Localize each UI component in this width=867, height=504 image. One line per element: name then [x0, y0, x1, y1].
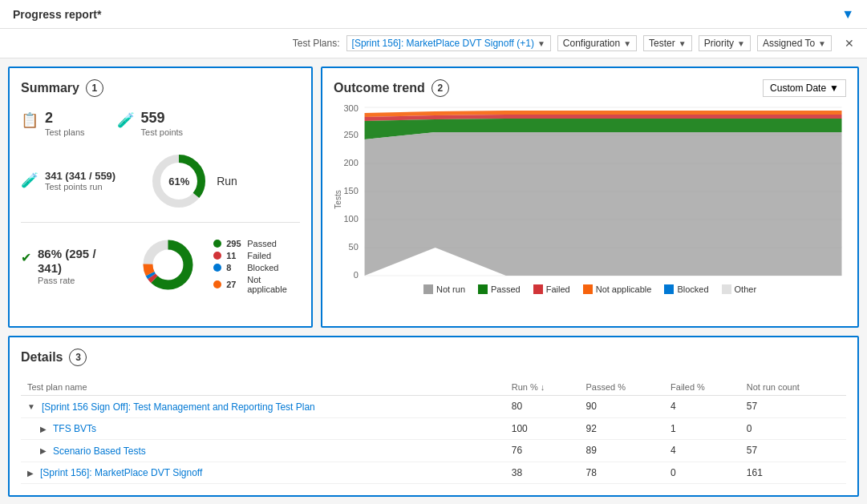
legend-label: Blocked [247, 263, 278, 272]
test-plans-filter[interactable]: [Sprint 156]: MarketPlace DVT Signoff (+… [346, 35, 551, 51]
legend-label: Passed [247, 239, 277, 248]
legend-item: 27 Not applicable [213, 275, 300, 294]
row-run_pct-cell: 76 [505, 440, 580, 462]
filter-icon[interactable]: ▼ [841, 7, 854, 22]
svg-text:2019-08-10: 2019-08-10 [768, 279, 809, 280]
svg-text:2019-08-11: 2019-08-11 [821, 279, 846, 280]
assigned-chevron: ▼ [818, 39, 826, 48]
test-points-icon: 🧪 [117, 111, 135, 129]
row-passed_pct-cell: 92 [580, 417, 665, 440]
row-name-link[interactable]: [Sprint 156 Sign Off]: Test Management a… [42, 401, 315, 413]
chart-legend-label: Other [735, 284, 757, 294]
row-name-link[interactable]: Scenario Based Tests [53, 446, 146, 457]
svg-text:2019-08-09: 2019-08-09 [698, 279, 739, 280]
row-not_run-cell: 57 [740, 440, 846, 462]
row-run_pct-cell: 80 [505, 396, 580, 418]
legend-label: Not applicable [247, 275, 300, 294]
row-expand-icon[interactable]: ▶ [27, 469, 34, 478]
chart-legend-item: Not run [423, 284, 465, 294]
run-stat: 🧪 341 (341 / 559) Test points run [21, 170, 115, 192]
row-expand-icon[interactable]: ▶ [40, 446, 47, 455]
test-points-count: 559 [141, 110, 184, 127]
chart-legend-label: Not run [436, 284, 465, 294]
row-name-cell[interactable]: ▶ TFS BVTs [21, 417, 505, 440]
chart-legend-rect [533, 284, 543, 294]
main-content: Summary 1 📋 2 Test plans 🧪 559 Test poin… [0, 58, 867, 504]
row-expand-icon[interactable]: ▼ [27, 402, 35, 411]
chart-legend-label: Not applicable [596, 284, 652, 294]
custom-date-label: Custom Date [770, 83, 826, 94]
pass-donut [142, 239, 194, 293]
svg-text:2019-08-06: 2019-08-06 [486, 279, 527, 280]
svg-text:100: 100 [343, 214, 359, 223]
configuration-filter[interactable]: Configuration ▼ [557, 35, 637, 51]
run-percent: 61% [168, 175, 189, 187]
assigned-to-filter[interactable]: Assigned To ▼ [757, 35, 832, 51]
filter-close-button[interactable]: ✕ [845, 37, 854, 50]
legend-dot [213, 280, 221, 288]
run-count: 341 (341 / 559) [45, 170, 115, 183]
summary-middle: 🧪 341 (341 / 559) Test points run [21, 153, 300, 223]
row-passed_pct-cell: 90 [580, 396, 665, 418]
row-failed_pct-cell: 1 [664, 417, 740, 440]
test-plans-value: [Sprint 156]: MarketPlace DVT Signoff (+… [352, 38, 534, 49]
legend-dot [213, 264, 221, 272]
chart-legend-item: Passed [478, 284, 521, 294]
legend-item: 8 Blocked [213, 263, 300, 272]
summary-header: Summary 1 [21, 79, 300, 97]
custom-date-button[interactable]: Custom Date ▼ [763, 79, 846, 97]
row-expand-icon[interactable]: ▶ [40, 425, 47, 433]
row-run_pct-cell: 38 [505, 462, 580, 484]
checkmark-icon: ✔ [21, 250, 31, 265]
details-number: 3 [69, 349, 87, 366]
legend-dot [213, 252, 221, 260]
details-column-header: Failed % [664, 379, 740, 396]
run-icon: 🧪 [21, 171, 38, 189]
run-circle-label: Run [217, 175, 237, 187]
outcome-number: 2 [431, 79, 449, 97]
run-donut: 61% [151, 153, 207, 209]
tester-filter[interactable]: Tester ▼ [643, 35, 692, 51]
test-plans-chevron: ▼ [537, 39, 545, 48]
summary-title: Summary [21, 81, 79, 95]
details-column-header: Run % ↓ [505, 379, 580, 396]
legend-count: 27 [226, 280, 242, 289]
configuration-label: Configuration [563, 38, 620, 49]
pass-rate-label: Pass rate [38, 276, 120, 285]
row-name-cell[interactable]: ▶ [Sprint 156]: MarketPlace DVT Signoff [21, 462, 505, 484]
row-failed_pct-cell: 4 [664, 396, 740, 418]
tester-chevron: ▼ [679, 39, 687, 48]
row-name-link[interactable]: [Sprint 156]: MarketPlace DVT Signoff [40, 467, 202, 478]
test-plans-label: Test plans [45, 127, 85, 137]
details-table: Test plan nameRun % ↓Passed %Failed %Not… [21, 379, 846, 484]
row-name-link[interactable]: TFS BVTs [53, 423, 96, 434]
legend-count: 295 [226, 239, 242, 248]
row-passed_pct-cell: 89 [580, 440, 665, 462]
tester-label: Tester [649, 38, 675, 49]
chart-legend-label: Blocked [677, 284, 708, 294]
outcome-title: Outcome trend [334, 81, 425, 95]
svg-text:50: 50 [349, 242, 359, 251]
chart-legend-rect [478, 284, 488, 294]
test-plans-stat: 📋 2 Test plans [21, 110, 85, 137]
summary-stats: 📋 2 Test plans 🧪 559 Test points [21, 110, 300, 137]
test-points-label: Test points [141, 127, 184, 137]
svg-text:2019-08-07: 2019-08-07 [557, 279, 598, 280]
legend-dot [213, 240, 221, 248]
row-name-cell[interactable]: ▼ [Sprint 156 Sign Off]: Test Management… [21, 396, 505, 418]
run-label: Test points run [45, 182, 115, 192]
priority-filter[interactable]: Priority ▼ [699, 35, 751, 51]
pass-legend: 295 Passed 11 Failed 8 Blocked 27 Not ap… [213, 239, 300, 294]
row-run_pct-cell: 100 [505, 417, 580, 440]
row-name-cell[interactable]: ▶ Scenario Based Tests [21, 440, 505, 462]
details-column-header: Passed % [580, 379, 665, 396]
test-plans-label: Test Plans: [293, 38, 340, 49]
svg-text:200: 200 [343, 158, 359, 167]
legend-count: 8 [226, 263, 242, 272]
details-header: Details 3 [21, 349, 846, 366]
legend-count: 11 [226, 251, 242, 260]
chart-legend-rect [423, 284, 433, 294]
trend-chart: 0 50 100 150 200 250 300 Tests [334, 103, 846, 280]
svg-text:300: 300 [343, 103, 359, 112]
custom-date-chevron: ▼ [829, 83, 839, 94]
